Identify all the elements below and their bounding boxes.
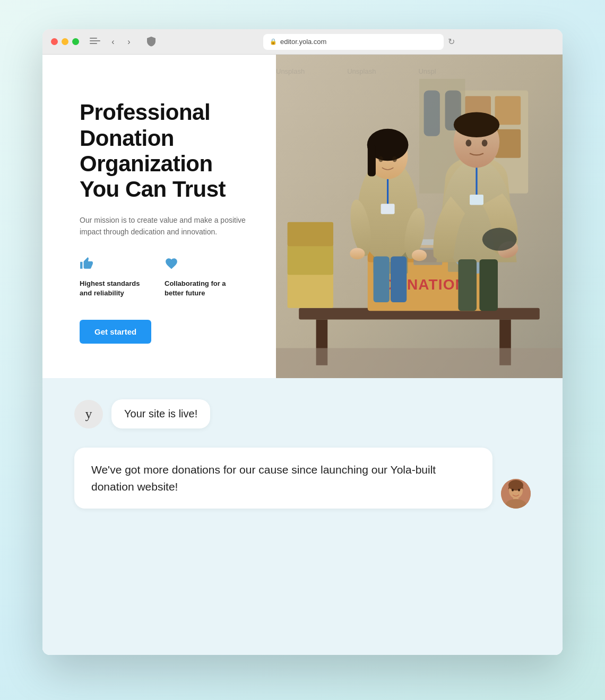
chat-section: y Your site is live! We've got more dona… xyxy=(42,378,563,655)
forward-button[interactable]: › xyxy=(123,36,135,48)
yola-notification-row: y Your site is live! xyxy=(74,399,531,428)
hero-title: Professional Donation Organization You C… xyxy=(80,100,249,202)
svg-rect-44 xyxy=(276,348,563,378)
reload-button[interactable]: ↻ xyxy=(448,37,455,47)
feature-collaborate: Collaborating for a better future xyxy=(165,257,228,298)
svg-point-52 xyxy=(518,489,520,492)
svg-rect-31 xyxy=(374,257,390,302)
user-message-text: We've got more donations for our cause s… xyxy=(91,463,436,493)
security-icon xyxy=(145,36,158,48)
svg-rect-26 xyxy=(381,204,395,214)
minimize-button[interactable] xyxy=(62,38,68,45)
get-started-button[interactable]: Get started xyxy=(80,320,151,344)
user-message-row: We've got more donations for our cause s… xyxy=(74,448,531,509)
yola-notification-bubble: Your site is live! xyxy=(111,399,210,428)
svg-rect-22 xyxy=(368,145,376,176)
heart-icon xyxy=(165,257,228,274)
address-text: editor.yola.com xyxy=(280,38,326,46)
browser-content: Professional Donation Organization You C… xyxy=(42,55,563,655)
notification-text: Your site is live! xyxy=(124,408,197,419)
user-avatar xyxy=(501,479,531,509)
nav-buttons: ‹ › xyxy=(107,36,135,48)
address-bar[interactable]: 🔒 editor.yola.com xyxy=(263,34,444,50)
svg-rect-32 xyxy=(391,257,407,302)
address-bar-wrapper: 🔒 editor.yola.com ↻ xyxy=(164,34,554,50)
close-button[interactable] xyxy=(51,38,58,45)
svg-point-36 xyxy=(465,139,471,146)
hero-left: Professional Donation Organization You C… xyxy=(42,55,276,378)
yola-avatar: y xyxy=(74,400,103,428)
browser-window: ‹ › 🔒 editor.yola.com ↻ Professional Don… xyxy=(42,29,563,655)
sidebar-toggle-button[interactable] xyxy=(90,38,100,46)
svg-point-37 xyxy=(482,139,488,146)
svg-point-29 xyxy=(350,248,365,259)
svg-rect-46 xyxy=(288,245,333,275)
feature-standards: Highest standards and reliability xyxy=(80,257,143,298)
hero-right: Unsplash Unsplash Unspl xyxy=(276,55,563,378)
maximize-button[interactable] xyxy=(72,38,79,45)
feature-standards-label: Highest standards and reliability xyxy=(80,279,143,298)
thumbs-up-icon xyxy=(80,257,143,274)
feature-collaborate-label: Collaborating for a better future xyxy=(165,279,228,298)
lock-icon: 🔒 xyxy=(270,38,277,45)
svg-point-24 xyxy=(392,156,397,162)
svg-rect-47 xyxy=(288,222,333,246)
donation-image: Unsplash Unsplash Unspl xyxy=(276,55,563,378)
user-message-bubble: We've got more donations for our cause s… xyxy=(74,448,492,509)
hero-section: Professional Donation Organization You C… xyxy=(42,55,563,378)
svg-rect-42 xyxy=(458,259,477,311)
svg-rect-3 xyxy=(495,96,521,125)
donation-scene-svg: DONATION xyxy=(276,55,563,378)
svg-point-51 xyxy=(512,489,514,492)
svg-rect-45 xyxy=(288,274,333,308)
traffic-lights xyxy=(51,38,79,45)
browser-chrome: ‹ › 🔒 editor.yola.com ↻ xyxy=(42,29,563,55)
svg-rect-7 xyxy=(424,90,440,136)
svg-point-30 xyxy=(412,250,427,261)
features-row: Highest standards and reliability Collab… xyxy=(80,257,249,298)
svg-rect-39 xyxy=(470,195,483,205)
hero-description: Our mission is to create value and make … xyxy=(80,214,249,238)
svg-point-35 xyxy=(454,112,499,137)
svg-point-23 xyxy=(378,156,383,162)
svg-rect-43 xyxy=(479,259,498,311)
back-button[interactable]: ‹ xyxy=(107,36,119,48)
svg-point-41 xyxy=(482,228,517,251)
